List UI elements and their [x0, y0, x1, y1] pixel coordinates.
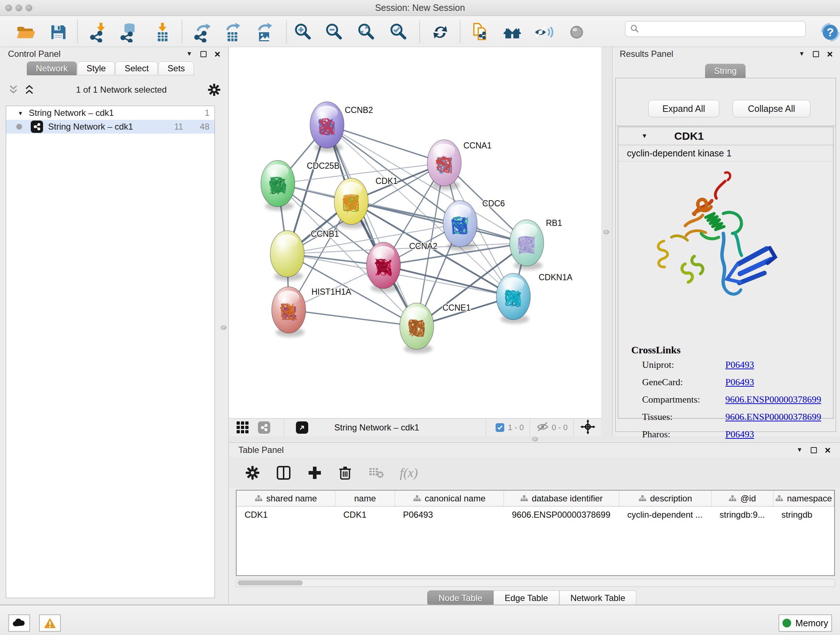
save-session-icon[interactable]: [47, 21, 70, 43]
scrollbar-thumb[interactable]: [238, 580, 303, 585]
results-panel-collapse-icon[interactable]: ▼: [799, 50, 805, 57]
collection-expand-icon[interactable]: ▼: [18, 110, 23, 116]
tab-network[interactable]: Network: [27, 62, 77, 75]
clone-network-icon[interactable]: [469, 21, 492, 43]
column-header--id[interactable]: @id: [712, 491, 774, 506]
control-panel-close-icon[interactable]: ×: [215, 51, 220, 57]
network-collection-row[interactable]: ▼ String Network – cdk1 1: [6, 106, 215, 120]
table-options-gear-icon[interactable]: [245, 465, 260, 480]
table-cell[interactable]: cyclin-dependent ...: [619, 510, 712, 520]
search-field[interactable]: [625, 21, 806, 37]
network-node-CCNA2[interactable]: [366, 242, 401, 293]
tab-edge-table[interactable]: Edge Table: [493, 591, 559, 606]
delete-column-icon[interactable]: [338, 465, 353, 480]
control-panel-splitter-handle[interactable]: [221, 325, 226, 330]
column-header-namespace[interactable]: namespace: [774, 491, 834, 506]
column-header-canonical-name[interactable]: canonical name: [395, 491, 504, 506]
refresh-view-icon[interactable]: [429, 21, 452, 43]
zoom-fit-icon[interactable]: [355, 21, 378, 43]
table-cell[interactable]: stringdb:9...: [712, 510, 774, 520]
table-cell[interactable]: CDK1: [335, 510, 395, 520]
crosslink-link[interactable]: 9606.ENSP00000378699: [725, 394, 821, 405]
table-panel-collapse-icon[interactable]: ▼: [797, 447, 803, 454]
birdseye-toggle-icon[interactable]: [296, 421, 308, 434]
network-selection-status: 1 of 1 Network selected: [35, 85, 207, 95]
network-options-gear-icon[interactable]: [207, 83, 221, 97]
help-icon[interactable]: ?: [819, 21, 840, 43]
protein-collapse-icon[interactable]: ▼: [641, 133, 647, 140]
network-node-CCNE1[interactable]: [400, 303, 434, 353]
network-node-RB1[interactable]: [510, 220, 544, 270]
zoom-out-icon[interactable]: [322, 21, 346, 43]
network-icon: [31, 120, 43, 133]
results-panel-float-icon[interactable]: [813, 51, 819, 57]
tab-style[interactable]: Style: [77, 62, 115, 75]
table-cell[interactable]: 9606.ENSP00000378699: [504, 510, 619, 520]
network-edge-HIST1H1A-CCNE1[interactable]: [289, 310, 417, 326]
collapse-all-button[interactable]: Collapse All: [733, 100, 810, 117]
column-header-shared-name[interactable]: shared name: [237, 491, 335, 506]
selected-checkbox-icon[interactable]: [496, 423, 504, 432]
grid-view-icon[interactable]: [235, 420, 250, 435]
splitter-handle[interactable]: [603, 230, 609, 234]
hidden-eye-icon[interactable]: [537, 421, 549, 434]
show-columns-icon[interactable]: [275, 464, 292, 481]
table-hscrollbar[interactable]: [236, 579, 835, 587]
string-home-icon[interactable]: [501, 21, 524, 43]
crosslink-link[interactable]: P06493: [725, 359, 754, 371]
network-row[interactable]: String Network – cdk1 11 48: [6, 120, 215, 134]
tab-node-table[interactable]: Node Table: [427, 591, 493, 606]
control-panel-float-icon[interactable]: [201, 51, 207, 57]
open-session-icon[interactable]: [14, 21, 37, 43]
table-panel-float-icon[interactable]: [811, 447, 817, 453]
zoom-in-icon[interactable]: [291, 21, 314, 43]
table-row[interactable]: CDK1CDK1P064939606.ENSP00000378699cyclin…: [237, 507, 834, 523]
export-image-icon[interactable]: [253, 21, 276, 43]
table-cell[interactable]: CDK1: [237, 510, 335, 520]
export-table-icon[interactable]: [221, 21, 244, 43]
crosslink-link[interactable]: P06493: [725, 377, 754, 388]
network-node-CCNB1[interactable]: [270, 231, 304, 281]
zoom-selected-icon[interactable]: [387, 21, 410, 43]
import-table-icon[interactable]: [151, 21, 174, 43]
control-panel-collapse-icon[interactable]: ▼: [186, 50, 193, 57]
column-header-name[interactable]: name: [335, 491, 395, 506]
expand-all-button[interactable]: Expand All: [648, 100, 719, 117]
network-node-CDC6[interactable]: [443, 201, 477, 251]
column-header-database-identifier[interactable]: database identifier: [504, 491, 619, 506]
import-network-database-icon[interactable]: [117, 21, 141, 43]
cloud-button[interactable]: [8, 614, 30, 632]
network-node-CCNB2[interactable]: [310, 102, 344, 152]
import-network-icon[interactable]: [87, 21, 110, 43]
warnings-button[interactable]: [39, 614, 61, 632]
search-input[interactable]: [642, 24, 805, 34]
memory-button[interactable]: Memory: [778, 614, 832, 632]
splitter-handle[interactable]: [532, 437, 538, 441]
network-status-dot: [16, 124, 22, 130]
tab-network-table[interactable]: Network Table: [559, 591, 637, 606]
network-node-CDKN1A[interactable]: [496, 273, 531, 324]
table-cell[interactable]: P06493: [395, 510, 504, 520]
results-panel-close-icon[interactable]: ×: [827, 51, 833, 57]
network-node-HIST1H1A[interactable]: [272, 287, 306, 337]
vertical-splitter[interactable]: [601, 47, 612, 436]
table-panel-close-icon[interactable]: ×: [825, 447, 831, 453]
column-header-description[interactable]: description: [619, 491, 712, 506]
network-canvas[interactable]: CCNB2CCNA1CDC25BCDK1CDC6RB1CCNB1CCNA2CDK…: [229, 47, 601, 418]
fit-selected-crosshair-icon[interactable]: [580, 419, 595, 436]
tab-sets[interactable]: Sets: [158, 62, 194, 75]
hide-graphics-details-icon[interactable]: [532, 21, 555, 43]
table-cell[interactable]: stringdb: [774, 510, 834, 520]
export-network-icon[interactable]: [191, 21, 214, 43]
tab-select[interactable]: Select: [115, 62, 158, 75]
expand-all-networks-icon[interactable]: [23, 84, 35, 96]
crosslink-link[interactable]: 9606.ENSP00000378699: [725, 412, 821, 423]
crosslink-link[interactable]: P06493: [725, 429, 754, 440]
network-node-CDC25B[interactable]: [261, 160, 295, 211]
network-edge-CCNB2-CCNA1[interactable]: [327, 125, 444, 163]
network-view-icon[interactable]: [258, 421, 270, 434]
tab-string[interactable]: String: [705, 64, 745, 78]
lens-icon[interactable]: [565, 21, 588, 43]
collapse-all-networks-icon[interactable]: [7, 84, 19, 96]
create-column-icon[interactable]: [307, 465, 322, 480]
